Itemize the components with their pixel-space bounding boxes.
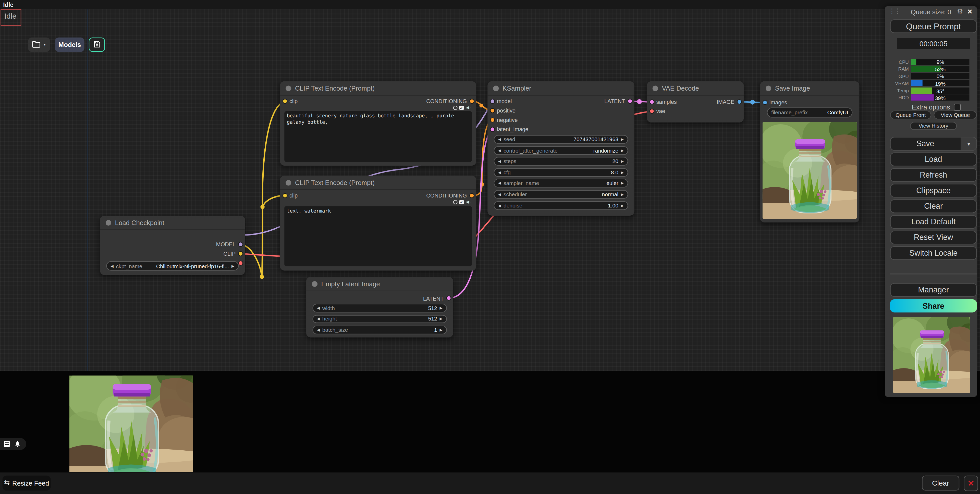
enabled-checkbox-icon[interactable]: ✓ xyxy=(459,200,464,204)
stat-row: GPU 0% xyxy=(885,73,977,80)
last-output-thumbnail[interactable] xyxy=(893,317,970,393)
input-pin-positive[interactable] xyxy=(490,108,495,113)
feed-clear-button[interactable]: Clear xyxy=(922,476,959,491)
input-pin-clip[interactable] xyxy=(282,193,287,198)
increment-arrow-icon[interactable]: ▶ xyxy=(231,264,234,268)
node-clip-text-encode-positive[interactable]: CLIP Text Encode (Prompt) clip CONDITION… xyxy=(280,81,476,165)
node-empty-latent-image[interactable]: Empty Latent Image LATENT ◀ width 512 ▶ … xyxy=(306,277,453,338)
output-pin-model[interactable] xyxy=(238,242,243,247)
queue-front-button[interactable]: Queue Front xyxy=(890,111,931,119)
translate-speaker-icon[interactable] xyxy=(466,199,471,205)
models-button[interactable]: Models xyxy=(55,37,84,52)
reset-view-button[interactable]: Reset View xyxy=(890,231,977,245)
node-ksampler[interactable]: KSampler model positive negative latent_… xyxy=(487,81,635,216)
node-load-checkpoint[interactable]: Load Checkpoint MODEL CLIP VAE ◀ ckpt_na… xyxy=(100,216,245,275)
input-pin-samples[interactable] xyxy=(649,99,654,104)
increment-arrow-icon[interactable]: ▶ xyxy=(621,181,624,185)
control-after-generate-widget[interactable]: ◀ control_after_generate randomize ▶ xyxy=(494,146,628,155)
prompt-textarea[interactable]: beautiful scenery nature glass bottle la… xyxy=(284,111,472,162)
decrement-arrow-icon[interactable]: ◀ xyxy=(498,192,501,196)
view-queue-button[interactable]: View Queue xyxy=(934,111,977,119)
node-save-image[interactable]: Save Image images filename_prefix ComfyU… xyxy=(760,81,859,222)
node-graph-canvas[interactable]: Idle ▼ Models xyxy=(0,10,980,371)
increment-arrow-icon[interactable]: ▶ xyxy=(621,170,624,174)
decrement-arrow-icon[interactable]: ◀ xyxy=(498,181,501,185)
refresh-button[interactable]: Refresh xyxy=(890,168,977,182)
ckpt-name-widget[interactable]: ◀ ckpt_name Chilloutmix-Ni-pruned-fp16-f… xyxy=(106,261,239,271)
cfg-widget[interactable]: ◀ cfg 8.0 ▶ xyxy=(494,168,628,176)
decrement-arrow-icon[interactable]: ◀ xyxy=(498,170,501,174)
decrement-arrow-icon[interactable]: ◀ xyxy=(317,306,320,310)
output-pin-latent[interactable] xyxy=(627,99,632,104)
radio-toggle-icon[interactable] xyxy=(453,106,457,110)
height-widget[interactable]: ◀ height 512 ▶ xyxy=(312,315,447,323)
input-pin-latent-image[interactable] xyxy=(490,127,495,132)
decrement-arrow-icon[interactable]: ◀ xyxy=(498,203,501,207)
save-dropdown-arrow[interactable]: ▼ xyxy=(961,138,976,150)
prompt-textarea[interactable]: text, watermark xyxy=(284,206,472,266)
input-pin-clip[interactable] xyxy=(282,99,287,104)
switch-locale-button[interactable]: Switch Locale xyxy=(890,246,977,260)
input-pin-vae[interactable] xyxy=(649,109,654,114)
translate-speaker-icon[interactable] xyxy=(466,105,471,111)
filename-prefix-widget[interactable]: filename_prefix ComfyUI xyxy=(767,107,853,117)
share-button[interactable]: Share xyxy=(890,299,977,312)
queue-prompt-button[interactable]: Queue Prompt xyxy=(890,19,977,33)
increment-arrow-icon[interactable]: ▶ xyxy=(621,192,624,196)
sampler-name-widget[interactable]: ◀ sampler_name euler ▶ xyxy=(494,179,628,187)
load-button[interactable]: Load xyxy=(890,152,977,166)
radio-toggle-icon[interactable] xyxy=(453,200,457,204)
decrement-arrow-icon[interactable]: ◀ xyxy=(317,328,320,332)
clear-button[interactable]: Clear xyxy=(890,199,977,213)
input-label-clip: clip xyxy=(290,98,298,104)
view-history-button[interactable]: View History xyxy=(910,121,957,130)
manager-button[interactable]: Manager xyxy=(890,283,977,297)
increment-arrow-icon[interactable]: ▶ xyxy=(621,159,624,163)
increment-arrow-icon[interactable]: ▶ xyxy=(621,203,624,207)
decrement-arrow-icon[interactable]: ◀ xyxy=(317,317,320,321)
feed-list-icon[interactable] xyxy=(4,441,10,448)
input-pin-images[interactable] xyxy=(762,100,767,105)
seed-widget[interactable]: ◀ seed 707437001421963 ▶ xyxy=(494,135,628,144)
node-title-bar: CLIP Text Encode (Prompt) xyxy=(280,176,476,190)
batch-size-widget[interactable]: ◀ batch_size 1 ▶ xyxy=(312,326,447,334)
close-icon[interactable]: ✕ xyxy=(967,8,973,15)
node-clip-text-encode-negative[interactable]: CLIP Text Encode (Prompt) clip CONDITION… xyxy=(280,176,476,270)
load-default-button[interactable]: Load Default xyxy=(890,215,977,229)
increment-arrow-icon[interactable]: ▶ xyxy=(440,317,442,321)
scheduler-widget[interactable]: ◀ scheduler normal ▶ xyxy=(494,190,628,199)
output-pin-latent[interactable] xyxy=(446,295,451,300)
extra-options-checkbox[interactable] xyxy=(954,103,961,110)
decrement-arrow-icon[interactable]: ◀ xyxy=(498,138,501,141)
resize-feed-button[interactable]: ⇆ Resize Feed xyxy=(3,475,51,490)
denoise-widget[interactable]: ◀ denoise 1.00 ▶ xyxy=(494,201,628,210)
increment-arrow-icon[interactable]: ▶ xyxy=(621,149,624,152)
output-pin-conditioning[interactable] xyxy=(469,193,474,198)
stat-bar: 39% xyxy=(912,95,969,101)
increment-arrow-icon[interactable]: ▶ xyxy=(621,138,624,141)
input-pin-model[interactable] xyxy=(490,99,495,104)
input-pin-negative[interactable] xyxy=(490,118,495,122)
increment-arrow-icon[interactable]: ▶ xyxy=(440,328,442,332)
increment-arrow-icon[interactable]: ▶ xyxy=(440,306,442,310)
notification-bell-icon[interactable] xyxy=(14,440,21,448)
workflows-folder-button[interactable]: ▼ xyxy=(28,37,50,52)
decrement-arrow-icon[interactable]: ◀ xyxy=(498,149,501,152)
save-workflow-button[interactable] xyxy=(89,38,105,52)
feed-image-thumbnail[interactable] xyxy=(69,376,193,472)
gear-icon[interactable]: ⚙ xyxy=(957,7,963,16)
steps-widget[interactable]: ◀ steps 20 ▶ xyxy=(494,157,628,165)
node-title: Save Image xyxy=(775,84,810,92)
save-button[interactable]: Save ▼ xyxy=(890,137,977,151)
input-label-latent-image: latent_image xyxy=(497,126,528,132)
enabled-checkbox-icon[interactable]: ✓ xyxy=(459,105,464,110)
feed-close-button[interactable]: ✕ xyxy=(964,475,978,491)
output-pin-conditioning[interactable] xyxy=(469,99,474,104)
clipspace-button[interactable]: Clipspace xyxy=(890,184,977,197)
output-pin-image[interactable] xyxy=(737,99,741,104)
width-widget[interactable]: ◀ width 512 ▶ xyxy=(312,303,447,312)
output-pin-clip[interactable] xyxy=(238,251,243,256)
decrement-arrow-icon[interactable]: ◀ xyxy=(498,159,501,163)
decrement-arrow-icon[interactable]: ◀ xyxy=(110,264,113,268)
node-vae-decode[interactable]: VAE Decode samples vae IMAGE xyxy=(647,81,744,122)
